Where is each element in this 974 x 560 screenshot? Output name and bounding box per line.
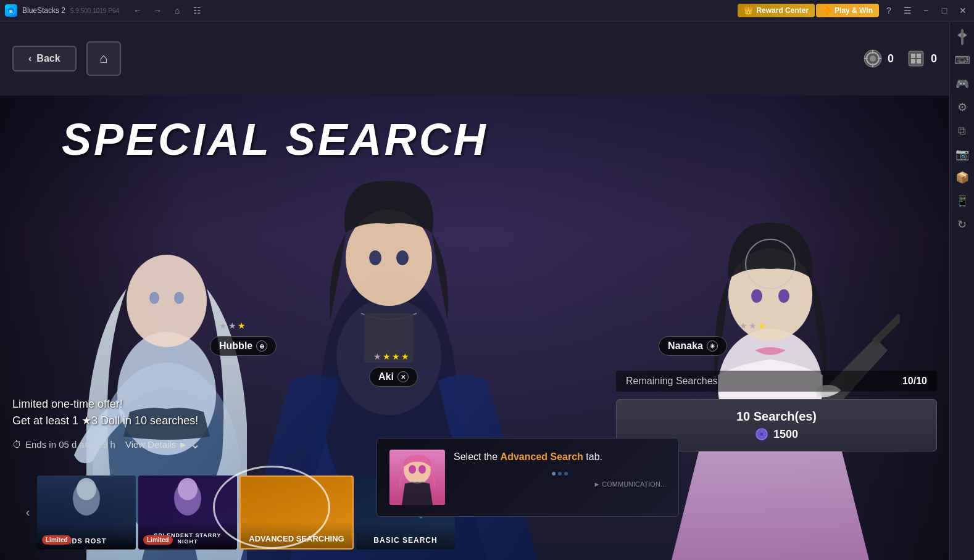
nanaka-icon: ✳ — [707, 340, 718, 352]
title-bar-right: 👑 Reward Center 🔶 Play & Win ? ☰ − □ ✕ — [738, 2, 974, 19]
reward-center-button[interactable]: 👑 Reward Center — [738, 4, 815, 17]
currency2-value: 0 — [931, 52, 937, 65]
starry-char-icon — [163, 477, 212, 526]
nav-tabs-btn[interactable]: ☷ — [191, 4, 203, 17]
tutorial-avatar — [389, 450, 445, 505]
timer-icon: ⏱ — [12, 439, 22, 450]
tab-advanced-searching[interactable]: ADVANCED SEARCHING — [239, 476, 354, 550]
tab-frost-art — [37, 476, 136, 527]
app-icon: B — [5, 4, 17, 17]
remaining-searches-label: Remaining Searches — [626, 376, 718, 387]
nanaka-name: Nanaka — [668, 340, 703, 352]
play-win-button[interactable]: 🔶 Play & Win — [816, 4, 879, 17]
nanaka-name-tag: Nanaka ✳ — [659, 336, 727, 356]
maximize-button[interactable]: □ — [936, 2, 953, 19]
svg-point-36 — [178, 478, 198, 500]
aki-name-tag: Aki ✕ — [369, 367, 418, 387]
svg-point-29 — [778, 289, 789, 303]
nav-back-btn[interactable]: ← — [131, 4, 144, 17]
sidebar-tool-keyboard[interactable]: ⌨ — [952, 50, 973, 71]
nav-controls: ← → ⌂ ☷ — [124, 4, 210, 17]
tutorial-text-after: tab. — [583, 451, 602, 462]
view-details-button[interactable]: View Details ► ⌄ — [125, 437, 201, 451]
side-toolbar: ⌨ 🎮 ⚙ ⧉ 📷 📦 📱 ↻ — [949, 22, 974, 560]
close-button[interactable]: ✕ — [954, 2, 972, 19]
svg-point-17 — [149, 292, 159, 304]
remaining-searches-display: Remaining Searches 10/10 — [616, 371, 937, 392]
svg-point-4 — [870, 56, 876, 62]
nanaka-stars: ★★★ — [739, 321, 767, 331]
tab-starry-label: SPLENDENT STARRY NIGHT — [138, 520, 237, 550]
tab-basic-label: BASIC SEARCH — [356, 524, 455, 550]
sidebar-tool-settings[interactable]: ⚙ — [952, 97, 973, 118]
indicator-dot-3 — [564, 472, 568, 476]
svg-point-18 — [174, 292, 184, 304]
tab-starry-night[interactable]: SPLENDENT STARRY NIGHT Limited — [138, 476, 237, 550]
svg-rect-12 — [911, 59, 915, 64]
game-area: SPECIAL SEARCH — [0, 96, 949, 560]
svg-rect-13 — [917, 59, 921, 64]
sidebar-tool-app[interactable]: 📱 — [952, 191, 973, 212]
hubble-name-tag: Hubble ⊕ — [210, 336, 277, 356]
hubble-stars: ★★★ — [219, 321, 247, 331]
view-details-chevron-icon: ⌄ — [190, 437, 201, 451]
help-button[interactable]: ? — [880, 2, 897, 19]
sidebar-tool-layers[interactable]: ⧉ — [952, 120, 973, 141]
tab-frost-badge: Limited — [42, 535, 72, 545]
sidebar-tool-camera[interactable]: 📷 — [952, 144, 973, 165]
main-content: ‹ Back ⌂ 0 — [0, 22, 949, 560]
play-win-icon: 🔶 — [822, 6, 831, 15]
hubble-icon: ⊕ — [256, 340, 267, 352]
nav-forward-btn[interactable]: → — [151, 4, 164, 17]
svg-rect-11 — [917, 54, 921, 58]
sidebar-resize-handle[interactable] — [952, 27, 973, 47]
top-navigation: ‹ Back ⌂ 0 — [0, 22, 949, 96]
reward-center-label: Reward Center — [756, 6, 809, 15]
svg-rect-43 — [961, 29, 964, 45]
limited-offer-line1: Limited one-time offer! — [12, 398, 123, 410]
title-bar-left: B BlueStacks 2 5.9.500.1019 P64 ← → ⌂ ☷ — [0, 4, 738, 17]
svg-point-22 — [369, 250, 381, 265]
tab-starry-badge: Limited — [143, 535, 173, 545]
svg-point-41 — [409, 465, 416, 474]
home-button[interactable]: ⌂ — [86, 41, 121, 76]
aki-icon: ✕ — [398, 371, 409, 382]
tutorial-content: Select the Advanced Search tab. ► COMMUN… — [454, 450, 666, 488]
app-version-text: 5.9.500.1019 P64 — [70, 7, 119, 14]
tab-frost[interactable]: RDS ROST Limited — [37, 476, 136, 550]
tutorial-dialog[interactable]: Select the Advanced Search tab. ► COMMUN… — [377, 438, 679, 517]
resize-icon — [957, 28, 967, 46]
nav-home-btn[interactable]: ⌂ — [171, 4, 183, 17]
back-button[interactable]: ‹ Back — [12, 46, 77, 72]
title-bar: B BlueStacks 2 5.9.500.1019 P64 ← → ⌂ ☷ … — [0, 0, 974, 22]
currency2-display: 0 — [906, 49, 937, 68]
top-nav-currencies: 0 0 — [863, 49, 937, 68]
menu-button[interactable]: ☰ — [899, 2, 916, 19]
svg-marker-45 — [964, 33, 967, 38]
sidebar-tool-gamepad[interactable]: 🎮 — [952, 73, 973, 94]
svg-rect-30 — [872, 314, 900, 345]
svg-point-34 — [77, 478, 96, 500]
limited-offer-text: Limited one-time offer! Get at least 1 ★… — [12, 396, 543, 429]
svg-point-16 — [127, 255, 207, 347]
currency1-display: 0 — [863, 49, 894, 68]
tutorial-text-before: Select the — [454, 451, 501, 462]
tutorial-highlight-text: Advanced Search — [501, 451, 583, 462]
sidebar-tool-package[interactable]: 📦 — [952, 167, 973, 188]
tutorial-message: Select the Advanced Search tab. — [454, 450, 666, 464]
hubble-name: Hubble — [219, 340, 252, 352]
play-win-label: Play & Win — [835, 6, 873, 15]
timer-value: Ends in 05 d and 19 h — [25, 439, 115, 450]
svg-point-23 — [396, 250, 409, 265]
reward-center-icon: 👑 — [744, 6, 753, 15]
svg-point-28 — [751, 289, 762, 303]
svg-text:B: B — [9, 9, 13, 14]
svg-marker-44 — [957, 33, 961, 38]
view-details-label: View Details — [125, 439, 176, 450]
sidebar-tool-sync[interactable]: ↻ — [952, 214, 973, 235]
home-icon: ⌂ — [99, 51, 107, 67]
svg-rect-10 — [911, 54, 915, 58]
prev-tab-button[interactable]: ‹ — [19, 488, 37, 537]
minimize-button[interactable]: − — [917, 2, 934, 19]
timer-text: ⏱ Ends in 05 d and 19 h — [12, 439, 115, 450]
